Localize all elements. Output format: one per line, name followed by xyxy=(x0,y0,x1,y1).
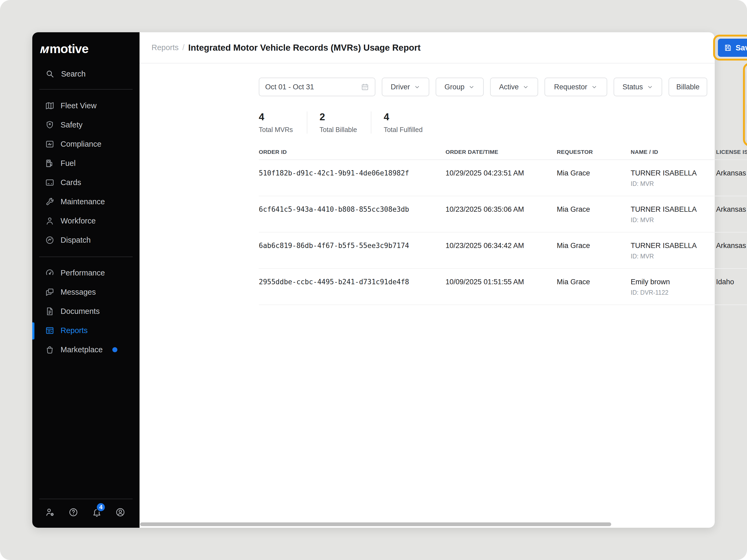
driver-filter[interactable]: Driver xyxy=(382,78,429,96)
cell-order-id: 510f182b-d91c-42c1-9b91-4de06e18982f xyxy=(259,168,445,196)
status-filter[interactable]: Status xyxy=(614,78,662,96)
driver-id: ID: MVR xyxy=(631,252,716,261)
sidebar-item-cards[interactable]: Cards xyxy=(32,173,139,192)
gauge-icon xyxy=(45,268,54,277)
billable-filter-label: Billable xyxy=(676,83,699,91)
sidebar-item-label: Performance xyxy=(60,269,105,277)
chevron-down-icon xyxy=(591,84,598,90)
table-row[interactable]: 6cf641c5-943a-4410-b808-855cc308e3db 10/… xyxy=(259,196,747,233)
driver-filter-label: Driver xyxy=(391,83,410,91)
sidebar-item-fleet-view[interactable]: Fleet View xyxy=(32,96,139,115)
sidebar-item-label: Fuel xyxy=(60,159,76,168)
account-icon xyxy=(115,507,125,517)
stat-label: Total Fulfilled xyxy=(384,126,422,134)
sidebar-item-reports[interactable]: Reports xyxy=(32,321,139,340)
column-header-requestor: REQUESTOR xyxy=(557,149,631,155)
marketplace-new-dot xyxy=(112,347,118,352)
cell-requestor: Mia Grace xyxy=(557,277,631,304)
sidebar-item-maintenance[interactable]: Maintenance xyxy=(32,192,139,211)
breadcrumb-separator: / xyxy=(182,43,185,52)
app-window: ᴍmotive Search Fleet View Safety Complia… xyxy=(32,32,715,528)
cell-order-id: 6cf641c5-943a-4410-b808-855cc308e3db xyxy=(259,205,445,232)
sidebar-footer xyxy=(45,507,125,517)
cell-requestor: Mia Grace xyxy=(557,168,631,196)
save-button[interactable]: Save xyxy=(718,39,747,57)
chevron-down-icon xyxy=(647,84,653,90)
mvr-usage-table: ORDER ID ORDER DATE/TIME REQUESTOR NAME … xyxy=(259,144,747,305)
horizontal-scrollbar[interactable] xyxy=(140,523,611,526)
breadcrumb-reports-link[interactable]: Reports xyxy=(152,43,179,52)
person-icon xyxy=(45,216,54,225)
calendar-icon xyxy=(361,83,369,91)
help-icon xyxy=(68,507,78,517)
driver-id: ID: DVR-1122 xyxy=(631,288,716,297)
shield-icon xyxy=(45,120,54,130)
cell-license-authority: Arkansas xyxy=(716,168,747,196)
logo-text: motive xyxy=(50,42,88,56)
column-header-name-id: NAME / ID xyxy=(631,149,716,155)
group-filter[interactable]: Group xyxy=(436,78,484,96)
sidebar-nav-group-1: Fleet View Safety Compliance Fuel Cards xyxy=(32,96,139,249)
floppy-save-icon xyxy=(724,44,732,52)
desktop-background: ᴍmotive Search Fleet View Safety Complia… xyxy=(0,0,747,560)
sidebar-item-marketplace[interactable]: Marketplace xyxy=(32,340,139,359)
table-row[interactable]: 510f182b-d91c-42c1-9b91-4de06e18982f 10/… xyxy=(259,160,747,196)
date-range-filter[interactable]: Oct 01 - Oct 31 xyxy=(259,78,376,96)
page-header: Reports / Integrated Motor Vehicle Recor… xyxy=(139,32,715,63)
sidebar-item-label: Marketplace xyxy=(60,345,103,354)
sidebar-item-compliance[interactable]: Compliance xyxy=(32,134,139,154)
stat-label: Total Billable xyxy=(319,126,357,134)
breadcrumb: Reports / Integrated Motor Vehicle Recor… xyxy=(152,32,421,63)
credit-card-icon xyxy=(45,178,54,187)
stat-value: 4 xyxy=(259,111,293,123)
driver-name: TURNER ISABELLA xyxy=(631,242,697,249)
help-button[interactable] xyxy=(68,507,78,517)
cell-license-authority: Idaho xyxy=(716,277,747,304)
sidebar-item-label: Fleet View xyxy=(60,101,97,110)
search-label: Search xyxy=(61,70,86,78)
sidebar-item-workforce[interactable]: Workforce xyxy=(32,211,139,231)
sidebar-item-label: Maintenance xyxy=(60,197,105,206)
sidebar-item-safety[interactable]: Safety xyxy=(32,115,139,134)
user-settings-button[interactable] xyxy=(45,507,55,517)
account-button[interactable] xyxy=(115,507,125,517)
compliance-icon xyxy=(45,139,54,149)
active-filter[interactable]: Active xyxy=(490,78,538,96)
column-header-order-id: ORDER ID xyxy=(259,149,445,155)
page-title: Integrated Motor Vehicle Records (MVRs) … xyxy=(188,43,421,53)
driver-id: ID: MVR xyxy=(631,215,716,224)
sidebar-item-performance[interactable]: Performance xyxy=(32,263,139,283)
column-header-license-authority: LICENSE ISSUING AUTHORITY xyxy=(716,149,747,155)
cell-license-authority: Arkansas xyxy=(716,241,747,268)
sidebar-item-label: Cards xyxy=(60,178,81,187)
main-content: Reports / Integrated Motor Vehicle Recor… xyxy=(139,32,715,528)
sidebar-item-fuel[interactable]: Fuel xyxy=(32,154,139,173)
motive-logo: ᴍmotive xyxy=(40,41,88,56)
sidebar-search[interactable]: Search xyxy=(45,68,86,80)
requestor-filter[interactable]: Requestor xyxy=(544,78,607,96)
group-filter-label: Group xyxy=(444,83,464,91)
sidebar-item-documents[interactable]: Documents xyxy=(32,301,139,321)
map-icon xyxy=(45,101,54,110)
chevron-down-icon xyxy=(522,84,529,90)
cell-name-id: TURNER ISABELLAID: MVR xyxy=(631,241,716,268)
sidebar: ᴍmotive Search Fleet View Safety Complia… xyxy=(32,32,139,528)
sidebar-item-label: Messages xyxy=(60,288,96,296)
sidebar-item-messages[interactable]: Messages xyxy=(32,283,139,301)
chevron-down-icon xyxy=(468,84,475,90)
user-settings-icon xyxy=(45,507,55,517)
cell-requestor: Mia Grace xyxy=(557,205,631,232)
search-icon xyxy=(45,69,55,79)
stat-total-fulfilled: 4 Total Fulfilled xyxy=(371,111,436,134)
sidebar-item-label: Documents xyxy=(60,307,100,316)
table-row[interactable]: 6ab6c819-86db-4f67-b5f5-55ee3c9b7174 10/… xyxy=(259,233,747,269)
driver-name: TURNER ISABELLA xyxy=(631,169,697,177)
sidebar-item-dispatch[interactable]: Dispatch xyxy=(32,231,139,249)
sidebar-divider xyxy=(39,257,133,257)
wrench-icon xyxy=(45,197,54,206)
logo-m-glyph: ᴍ xyxy=(38,41,51,56)
cell-name-id: TURNER ISABELLAID: MVR xyxy=(631,205,716,232)
billable-filter[interactable]: Billable xyxy=(669,78,707,96)
driver-name: Emily brown xyxy=(631,278,670,286)
table-row[interactable]: 2955ddbe-ccbc-4495-b241-d731c91de4f8 10/… xyxy=(259,269,747,305)
